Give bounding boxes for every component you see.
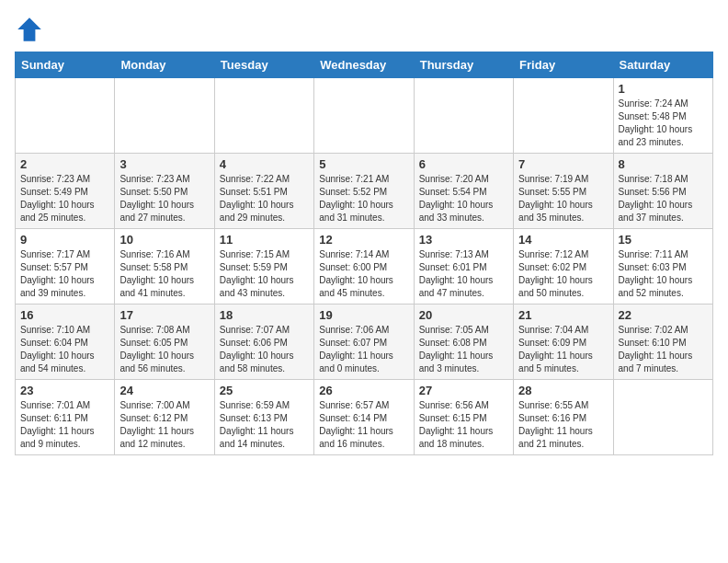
day-cell: 2Sunrise: 7:23 AM Sunset: 5:49 PM Daylig… xyxy=(16,154,115,229)
day-info: Sunrise: 7:23 AM Sunset: 5:49 PM Dayligh… xyxy=(20,173,109,224)
day-number: 18 xyxy=(220,308,309,322)
day-cell: 8Sunrise: 7:18 AM Sunset: 5:56 PM Daylig… xyxy=(613,154,712,229)
day-number: 21 xyxy=(518,308,608,322)
day-cell: 22Sunrise: 7:02 AM Sunset: 6:10 PM Dayli… xyxy=(613,304,712,380)
day-number: 8 xyxy=(619,157,708,171)
day-number: 5 xyxy=(319,157,408,171)
day-cell: 16Sunrise: 7:10 AM Sunset: 6:04 PM Dayli… xyxy=(16,304,115,380)
day-info: Sunrise: 7:06 AM Sunset: 6:07 PM Dayligh… xyxy=(319,324,408,375)
day-cell: 27Sunrise: 6:56 AM Sunset: 6:15 PM Dayli… xyxy=(414,380,513,455)
day-info: Sunrise: 7:08 AM Sunset: 6:05 PM Dayligh… xyxy=(119,324,209,375)
day-info: Sunrise: 7:15 AM Sunset: 5:59 PM Dayligh… xyxy=(220,248,309,300)
day-info: Sunrise: 7:01 AM Sunset: 6:11 PM Dayligh… xyxy=(20,399,109,451)
day-number: 4 xyxy=(220,157,309,171)
day-number: 6 xyxy=(419,157,508,171)
day-cell: 11Sunrise: 7:15 AM Sunset: 5:59 PM Dayli… xyxy=(214,229,313,304)
day-cell xyxy=(115,78,214,154)
day-info: Sunrise: 7:14 AM Sunset: 6:00 PM Dayligh… xyxy=(319,248,408,300)
day-cell xyxy=(514,78,613,154)
day-number: 14 xyxy=(518,233,608,247)
day-info: Sunrise: 7:19 AM Sunset: 5:55 PM Dayligh… xyxy=(518,173,608,224)
day-cell: 24Sunrise: 7:00 AM Sunset: 6:12 PM Dayli… xyxy=(115,380,214,455)
calendar: SundayMondayTuesdayWednesdayThursdayFrid… xyxy=(15,52,713,455)
day-info: Sunrise: 7:02 AM Sunset: 6:10 PM Dayligh… xyxy=(619,324,708,375)
day-number: 3 xyxy=(119,157,209,171)
day-cell: 26Sunrise: 6:57 AM Sunset: 6:14 PM Dayli… xyxy=(314,380,414,455)
day-info: Sunrise: 6:55 AM Sunset: 6:16 PM Dayligh… xyxy=(518,399,608,451)
col-header-sunday: Sunday xyxy=(16,52,115,78)
day-cell: 14Sunrise: 7:12 AM Sunset: 6:02 PM Dayli… xyxy=(514,229,613,304)
day-cell: 6Sunrise: 7:20 AM Sunset: 5:54 PM Daylig… xyxy=(414,154,513,229)
day-number: 1 xyxy=(619,82,708,96)
day-number: 17 xyxy=(119,308,209,322)
day-cell: 18Sunrise: 7:07 AM Sunset: 6:06 PM Dayli… xyxy=(214,304,313,380)
week-row-1: 2Sunrise: 7:23 AM Sunset: 5:49 PM Daylig… xyxy=(16,154,713,229)
day-cell xyxy=(214,78,313,154)
logo-icon xyxy=(15,15,44,44)
week-row-4: 23Sunrise: 7:01 AM Sunset: 6:11 PM Dayli… xyxy=(16,380,713,455)
day-number: 27 xyxy=(419,384,508,397)
day-cell xyxy=(613,380,712,455)
day-cell: 12Sunrise: 7:14 AM Sunset: 6:00 PM Dayli… xyxy=(314,229,414,304)
day-info: Sunrise: 6:57 AM Sunset: 6:14 PM Dayligh… xyxy=(319,399,408,451)
day-number: 12 xyxy=(319,233,408,247)
col-header-friday: Friday xyxy=(514,52,613,78)
svg-marker-0 xyxy=(17,17,41,41)
day-cell xyxy=(16,78,115,154)
day-number: 20 xyxy=(419,308,508,322)
day-info: Sunrise: 7:20 AM Sunset: 5:54 PM Dayligh… xyxy=(419,173,508,224)
day-cell: 7Sunrise: 7:19 AM Sunset: 5:55 PM Daylig… xyxy=(514,154,613,229)
week-row-0: 1Sunrise: 7:24 AM Sunset: 5:48 PM Daylig… xyxy=(16,78,713,154)
week-row-2: 9Sunrise: 7:17 AM Sunset: 5:57 PM Daylig… xyxy=(16,229,713,304)
day-cell: 20Sunrise: 7:05 AM Sunset: 6:08 PM Dayli… xyxy=(414,304,513,380)
col-header-saturday: Saturday xyxy=(613,52,712,78)
day-info: Sunrise: 7:18 AM Sunset: 5:56 PM Dayligh… xyxy=(619,173,708,224)
day-cell: 5Sunrise: 7:21 AM Sunset: 5:52 PM Daylig… xyxy=(314,154,414,229)
day-cell: 23Sunrise: 7:01 AM Sunset: 6:11 PM Dayli… xyxy=(16,380,115,455)
day-info: Sunrise: 7:13 AM Sunset: 6:01 PM Dayligh… xyxy=(419,248,508,300)
day-cell: 15Sunrise: 7:11 AM Sunset: 6:03 PM Dayli… xyxy=(613,229,712,304)
calendar-header-row: SundayMondayTuesdayWednesdayThursdayFrid… xyxy=(16,52,713,78)
day-info: Sunrise: 7:11 AM Sunset: 6:03 PM Dayligh… xyxy=(619,248,708,300)
day-cell xyxy=(314,78,414,154)
day-info: Sunrise: 7:23 AM Sunset: 5:50 PM Dayligh… xyxy=(119,173,209,224)
day-info: Sunrise: 7:21 AM Sunset: 5:52 PM Dayligh… xyxy=(319,173,408,224)
day-info: Sunrise: 6:56 AM Sunset: 6:15 PM Dayligh… xyxy=(419,399,508,451)
day-info: Sunrise: 6:59 AM Sunset: 6:13 PM Dayligh… xyxy=(220,399,309,451)
day-number: 19 xyxy=(319,308,408,322)
col-header-monday: Monday xyxy=(115,52,214,78)
day-cell: 10Sunrise: 7:16 AM Sunset: 5:58 PM Dayli… xyxy=(115,229,214,304)
week-row-3: 16Sunrise: 7:10 AM Sunset: 6:04 PM Dayli… xyxy=(16,304,713,380)
day-number: 2 xyxy=(20,157,109,171)
day-info: Sunrise: 7:24 AM Sunset: 5:48 PM Dayligh… xyxy=(619,98,708,149)
day-cell: 4Sunrise: 7:22 AM Sunset: 5:51 PM Daylig… xyxy=(214,154,313,229)
day-number: 13 xyxy=(419,233,508,247)
day-cell: 9Sunrise: 7:17 AM Sunset: 5:57 PM Daylig… xyxy=(16,229,115,304)
day-info: Sunrise: 7:17 AM Sunset: 5:57 PM Dayligh… xyxy=(20,248,109,300)
day-info: Sunrise: 7:10 AM Sunset: 6:04 PM Dayligh… xyxy=(20,324,109,375)
day-info: Sunrise: 7:22 AM Sunset: 5:51 PM Dayligh… xyxy=(220,173,309,224)
day-number: 25 xyxy=(220,384,309,397)
day-number: 24 xyxy=(119,384,209,397)
day-cell: 25Sunrise: 6:59 AM Sunset: 6:13 PM Dayli… xyxy=(214,380,313,455)
day-number: 10 xyxy=(119,233,209,247)
col-header-tuesday: Tuesday xyxy=(214,52,313,78)
day-cell: 13Sunrise: 7:13 AM Sunset: 6:01 PM Dayli… xyxy=(414,229,513,304)
day-number: 11 xyxy=(220,233,309,247)
col-header-wednesday: Wednesday xyxy=(314,52,414,78)
day-number: 23 xyxy=(20,384,109,397)
day-info: Sunrise: 7:16 AM Sunset: 5:58 PM Dayligh… xyxy=(119,248,209,300)
day-cell: 28Sunrise: 6:55 AM Sunset: 6:16 PM Dayli… xyxy=(514,380,613,455)
day-cell: 3Sunrise: 7:23 AM Sunset: 5:50 PM Daylig… xyxy=(115,154,214,229)
day-cell xyxy=(414,78,513,154)
day-cell: 21Sunrise: 7:04 AM Sunset: 6:09 PM Dayli… xyxy=(514,304,613,380)
day-info: Sunrise: 7:00 AM Sunset: 6:12 PM Dayligh… xyxy=(119,399,209,451)
day-number: 28 xyxy=(518,384,608,397)
day-cell: 19Sunrise: 7:06 AM Sunset: 6:07 PM Dayli… xyxy=(314,304,414,380)
day-number: 22 xyxy=(619,308,708,322)
day-info: Sunrise: 7:12 AM Sunset: 6:02 PM Dayligh… xyxy=(518,248,608,300)
day-info: Sunrise: 7:04 AM Sunset: 6:09 PM Dayligh… xyxy=(518,324,608,375)
day-number: 16 xyxy=(20,308,109,322)
logo xyxy=(15,15,48,44)
col-header-thursday: Thursday xyxy=(414,52,513,78)
